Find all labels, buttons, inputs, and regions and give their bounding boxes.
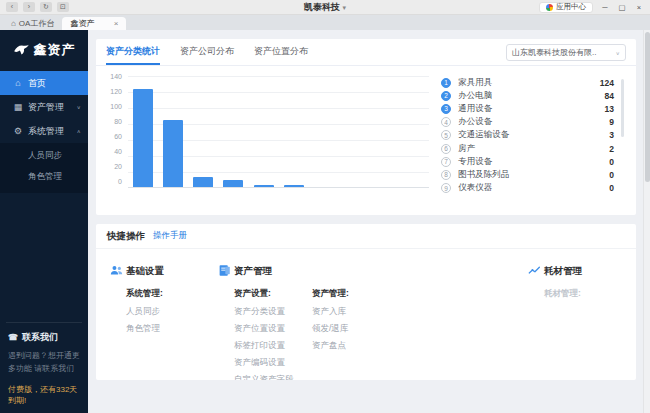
contact-block: ☎ 联系我们 遇到问题？想开通更多功能 请联系我们 付费版，还有332天到期! xyxy=(6,322,82,413)
category-name: 房产 xyxy=(458,143,475,155)
quick-link[interactable]: 标签打印设置 xyxy=(234,337,292,354)
license-expiry-notice: 付费版，还有332天到期! xyxy=(8,384,80,406)
rank-badge: 8 xyxy=(441,170,451,180)
y-tick-label: 100 xyxy=(106,103,122,110)
quick-operations-card: 快捷操作 操作手册 基础设置 系统管 xyxy=(96,224,636,380)
quick-link[interactable]: 资产盘点 xyxy=(312,337,370,354)
app-logo-text: 鑫资产 xyxy=(34,41,76,59)
ranking-row[interactable]: 1 家具用具 124 xyxy=(441,76,614,89)
bar[interactable] xyxy=(254,185,274,187)
group-asset-management: 资产管理 资产设置: 资产分类设置资产位置设置标签打印设置资产编码设置自定义资产… xyxy=(218,264,528,380)
close-icon[interactable]: × xyxy=(634,3,644,12)
sidebar: 鑫资产 ⌂ 首页 ▦ 资产管理 ∨ ⚙ 系统管理 ∧ 人员同步角色管理 ☎ xyxy=(0,30,88,413)
asset-grid-icon: ▦ xyxy=(13,102,23,112)
sidebar-item-asset-management[interactable]: ▦ 资产管理 ∨ xyxy=(0,95,88,119)
bar-column xyxy=(399,76,429,187)
bar[interactable] xyxy=(163,120,183,187)
ranking-row[interactable]: 9 仪表仪器 0 xyxy=(441,182,614,195)
bar[interactable] xyxy=(223,180,243,187)
bar-column xyxy=(158,76,188,187)
quick-link[interactable]: 资产入库 xyxy=(312,303,370,320)
y-tick-label: 20 xyxy=(106,163,122,170)
operation-manual-link[interactable]: 操作手册 xyxy=(153,230,187,242)
bar-column xyxy=(309,76,339,187)
tab-xin-asset[interactable]: 鑫资产 × xyxy=(62,17,126,30)
category-count: 0 xyxy=(609,183,614,193)
trend-icon xyxy=(528,264,541,277)
submenu-item[interactable]: 角色管理 xyxy=(0,166,88,187)
ranking-row[interactable]: 3 通用设备 13 xyxy=(441,102,614,115)
rank-badge: 3 xyxy=(441,104,451,114)
workbench-icon[interactable]: ⊡ xyxy=(57,2,69,12)
sidebar-item-home[interactable]: ⌂ 首页 xyxy=(0,71,88,95)
tab-oa-workbench[interactable]: ⌂ OA工作台 xyxy=(3,17,62,30)
system-submenu: 人员同步角色管理 xyxy=(0,143,88,193)
bar-column xyxy=(188,76,218,187)
tab-close-icon[interactable]: × xyxy=(114,19,119,28)
bar[interactable] xyxy=(193,177,213,187)
y-tick-label: 40 xyxy=(106,148,122,155)
back-icon[interactable]: ‹ xyxy=(6,2,18,12)
quick-link[interactable]: 资产分类设置 xyxy=(234,303,292,320)
bar-column xyxy=(218,76,248,187)
quick-link[interactable]: 资产编码设置 xyxy=(234,354,292,371)
contact-us[interactable]: ☎ 联系我们 xyxy=(8,331,80,344)
chevron-down-icon: ∨ xyxy=(77,104,81,110)
title-dropdown-icon[interactable]: ▾ xyxy=(343,4,347,11)
bar-column xyxy=(369,76,399,187)
app-center-icon xyxy=(546,4,553,11)
ranking-row[interactable]: 4 办公设备 9 xyxy=(441,116,614,129)
sidebar-item-system-management[interactable]: ⚙ 系统管理 ∧ xyxy=(0,119,88,143)
quick-link[interactable]: 资产位置设置 xyxy=(234,320,292,337)
group-consumables-management: 耗材管理 耗材管理: xyxy=(528,264,636,380)
y-tick-label: 0 xyxy=(106,178,122,185)
bar[interactable] xyxy=(284,185,304,187)
category-count: 124 xyxy=(600,78,614,88)
category-ranking-list: 1 家具用具 124 2 办公电脑 84 3 通用设备 13 xyxy=(429,76,626,209)
home-icon: ⌂ xyxy=(13,78,23,88)
scrollbar-thumb[interactable] xyxy=(645,32,650,182)
ranking-row[interactable]: 6 房产 2 xyxy=(441,142,614,155)
ranking-row[interactable]: 5 交通运输设备 3 xyxy=(441,129,614,142)
category-count: 3 xyxy=(609,130,614,140)
phone-icon: ☎ xyxy=(8,333,18,342)
bar-chart: 140120100806040200 xyxy=(106,76,429,209)
submenu-item[interactable]: 人员同步 xyxy=(0,145,88,166)
company-select[interactable]: 山东凯泰科技股份有限.. ∨ xyxy=(506,44,626,61)
tab-asset-category-stats[interactable]: 资产分类统计 xyxy=(106,39,160,65)
category-count: 9 xyxy=(609,117,614,127)
quick-link[interactable]: 人员同步 xyxy=(126,303,184,320)
forward-icon[interactable]: › xyxy=(23,2,35,12)
select-caret-icon: ∨ xyxy=(616,49,620,55)
category-name: 仪表仪器 xyxy=(458,182,492,194)
app-center-button[interactable]: 应用中心 xyxy=(539,2,593,13)
ranking-row[interactable]: 8 图书及陈列品 0 xyxy=(441,168,614,181)
page-scrollbar[interactable] xyxy=(643,30,650,413)
bar-column xyxy=(249,76,279,187)
bar[interactable] xyxy=(133,89,153,187)
category-name: 办公电脑 xyxy=(458,90,492,102)
rank-badge: 5 xyxy=(441,130,451,140)
quick-link[interactable]: 角色管理 xyxy=(126,320,184,337)
reload-icon[interactable]: ↻ xyxy=(40,2,52,12)
bar-column xyxy=(279,76,309,187)
quick-link[interactable]: 领发/退库 xyxy=(312,320,370,337)
maximize-icon[interactable]: ▢ xyxy=(617,3,627,12)
ranking-row[interactable]: 7 专用设备 0 xyxy=(441,155,614,168)
bird-logo-icon xyxy=(13,44,30,57)
chevron-up-icon: ∧ xyxy=(77,128,81,134)
minimize-icon[interactable]: ─ xyxy=(600,3,610,12)
subsection-title: 耗材管理: xyxy=(544,288,602,300)
main-content: 资产分类统计 资产公司分布 资产位置分布 山东凯泰科技股份有限.. ∨ 1401… xyxy=(88,30,650,413)
tab-asset-location-distribution[interactable]: 资产位置分布 xyxy=(254,39,308,65)
statistics-tab-bar: 资产分类统计 资产公司分布 资产位置分布 山东凯泰科技股份有限.. ∨ xyxy=(96,39,636,66)
quick-link[interactable]: 自定义资产字段 xyxy=(234,371,292,380)
y-tick-label: 140 xyxy=(106,73,122,80)
gear-icon: ⚙ xyxy=(13,126,23,136)
list-scrollbar[interactable] xyxy=(621,79,624,137)
rank-badge: 9 xyxy=(441,183,451,193)
ranking-row[interactable]: 2 办公电脑 84 xyxy=(441,89,614,102)
tab-asset-company-distribution[interactable]: 资产公司分布 xyxy=(180,39,234,65)
category-name: 图书及陈列品 xyxy=(458,169,509,181)
quick-operations-title: 快捷操作 xyxy=(107,230,145,243)
